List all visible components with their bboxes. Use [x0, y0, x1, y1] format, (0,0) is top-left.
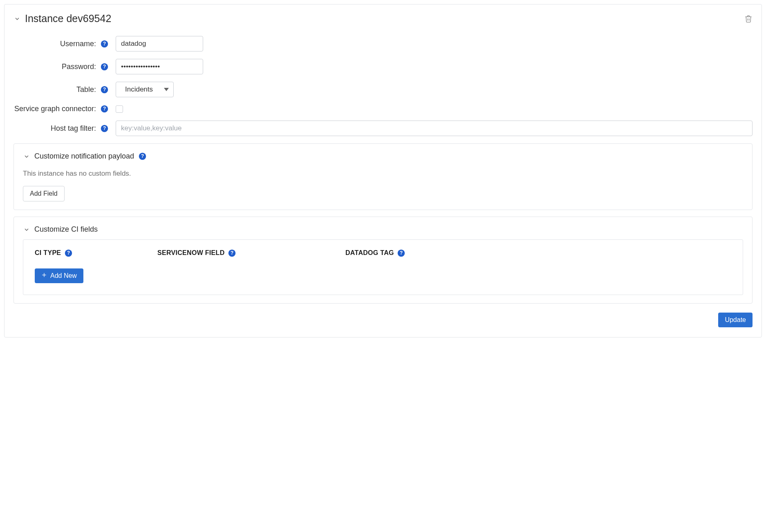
ci-type-col: CI TYPE ? — [35, 249, 157, 257]
sgc-row: Service graph connector: ? — [13, 105, 753, 113]
hosttag-input[interactable] — [116, 121, 753, 136]
svg-text:?: ? — [103, 106, 105, 112]
chevron-down-icon[interactable] — [23, 153, 30, 160]
servicenow-field-header: SERVICENOW FIELD — [157, 249, 225, 257]
add-new-ci-button[interactable]: Add New — [35, 268, 83, 283]
help-icon[interactable]: ? — [138, 152, 146, 161]
svg-text:?: ? — [103, 125, 105, 131]
username-label-col: Username: ? — [13, 40, 116, 48]
no-custom-fields-text: This instance has no custom fields. — [23, 170, 743, 178]
password-label-col: Password: ? — [13, 63, 116, 71]
footer-actions: Update — [13, 313, 753, 327]
username-row: Username: ? — [13, 36, 753, 51]
help-icon[interactable]: ? — [100, 124, 108, 132]
customize-payload-header: Customize notification payload ? — [23, 152, 743, 161]
plus-icon — [41, 272, 47, 279]
panel-title-wrap: Instance dev69542 — [13, 13, 111, 25]
svg-text:?: ? — [400, 250, 403, 256]
panel-header: Instance dev69542 — [13, 13, 753, 25]
customize-ci-title: Customize CI fields — [34, 225, 98, 234]
svg-text:?: ? — [103, 41, 105, 47]
customize-ci-section: Customize CI fields CI TYPE ? SERVICENOW… — [13, 217, 753, 304]
customize-ci-header: Customize CI fields — [23, 225, 743, 234]
servicenow-field-col: SERVICENOW FIELD ? — [157, 249, 345, 257]
svg-text:?: ? — [231, 250, 233, 256]
customize-payload-title: Customize notification payload — [34, 152, 134, 161]
help-icon[interactable]: ? — [228, 249, 236, 257]
table-select-wrap: Incidents — [116, 82, 174, 97]
username-label: Username: — [60, 40, 96, 48]
panel-title: Instance dev69542 — [25, 13, 111, 25]
help-icon[interactable]: ? — [100, 85, 108, 94]
svg-text:?: ? — [141, 153, 144, 159]
update-button[interactable]: Update — [718, 313, 753, 327]
datadog-tag-header: DATADOG TAG — [345, 249, 394, 257]
delete-instance-button[interactable] — [744, 14, 753, 23]
ci-type-header: CI TYPE — [35, 249, 61, 257]
table-label-col: Table: ? — [13, 85, 116, 94]
sgc-checkbox[interactable] — [116, 105, 123, 113]
hosttag-label: Host tag filter: — [51, 124, 96, 133]
instance-panel: Instance dev69542 Username: ? Password: … — [4, 4, 762, 338]
help-icon[interactable]: ? — [100, 40, 108, 48]
add-new-label: Add New — [50, 272, 77, 279]
username-input[interactable] — [116, 36, 203, 51]
help-icon[interactable]: ? — [100, 63, 108, 71]
help-icon[interactable]: ? — [64, 249, 72, 257]
username-control — [116, 36, 753, 51]
ci-column-headers: CI TYPE ? SERVICENOW FIELD ? DATADOG TAG… — [35, 249, 731, 257]
table-label: Table: — [76, 85, 96, 94]
chevron-down-icon[interactable] — [13, 15, 21, 22]
table-select[interactable]: Incidents — [116, 82, 174, 97]
customize-payload-section: Customize notification payload ? This in… — [13, 143, 753, 210]
ci-fields-box: CI TYPE ? SERVICENOW FIELD ? DATADOG TAG… — [23, 239, 743, 295]
svg-text:?: ? — [103, 87, 105, 92]
chevron-down-icon[interactable] — [23, 226, 30, 233]
hosttag-label-col: Host tag filter: ? — [13, 124, 116, 133]
svg-text:?: ? — [67, 250, 70, 256]
hosttag-row: Host tag filter: ? — [13, 121, 753, 136]
table-control: Incidents — [116, 82, 753, 97]
table-row: Table: ? Incidents — [13, 82, 753, 97]
sgc-label-col: Service graph connector: ? — [13, 105, 116, 113]
password-control — [116, 59, 753, 74]
help-icon[interactable]: ? — [397, 249, 405, 257]
sgc-label: Service graph connector: — [14, 105, 96, 113]
sgc-control — [116, 105, 753, 113]
password-label: Password: — [62, 63, 96, 71]
password-input[interactable] — [116, 59, 203, 74]
add-field-button[interactable]: Add Field — [23, 186, 65, 201]
datadog-tag-col: DATADOG TAG ? — [345, 249, 731, 257]
svg-text:?: ? — [103, 64, 105, 69]
help-icon[interactable]: ? — [100, 105, 108, 113]
hosttag-control — [116, 121, 753, 136]
password-row: Password: ? — [13, 59, 753, 74]
